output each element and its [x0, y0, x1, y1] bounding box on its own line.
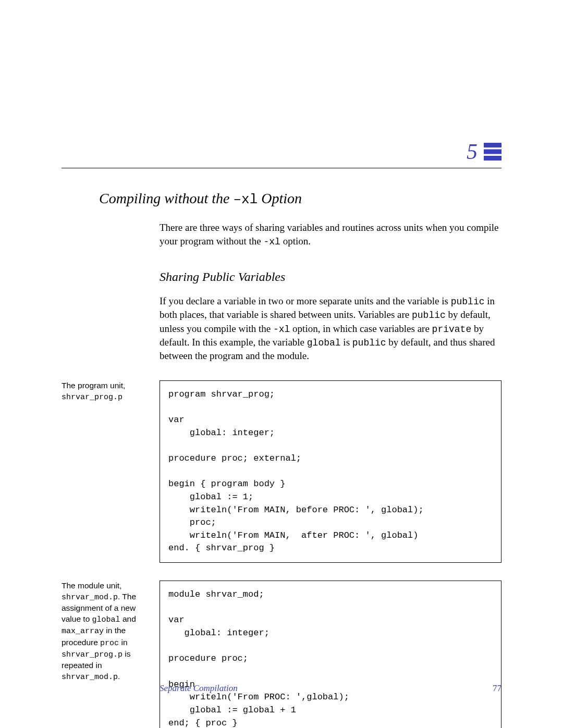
body-code: public [412, 310, 446, 320]
body-code: -xl [273, 324, 290, 335]
svg-rect-2 [484, 156, 501, 161]
sidenote-text: The program unit, [62, 381, 125, 390]
intro-paragraph: There are three ways of sharing variable… [160, 221, 501, 248]
chapter-icon [484, 143, 501, 161]
sidenote-code: proc [100, 639, 119, 648]
sidenote-filename: shrvar_prog.p [62, 650, 123, 659]
body-code: private [432, 324, 472, 335]
svg-rect-1 [484, 150, 501, 154]
sidenote-filename: shrvar_prog.p [62, 393, 123, 402]
body-code: global [307, 338, 341, 348]
sidenote-filename: shrvar_mod.p [62, 673, 118, 682]
code-listing-1: program shrvar_prog; var global: integer… [160, 380, 501, 563]
heading-pre: Compiling without the [99, 190, 233, 206]
chapter-indicator: 5 [62, 141, 501, 163]
page-footer: Separate Compilation 77 [62, 683, 501, 694]
body-code: public [451, 297, 485, 307]
page-body: 5 Compiling without the –xl Option There… [0, 0, 563, 728]
body-seg: If you declare a variable in two or more… [160, 295, 451, 306]
example-row-1: The program unit, shrvar_prog.p program … [62, 380, 501, 563]
sidenote-text: and [120, 614, 136, 623]
sidenote-text: in [119, 638, 127, 647]
svg-rect-0 [484, 143, 501, 147]
chapter-number: 5 [467, 141, 478, 163]
body-seg: is [341, 337, 352, 348]
heading-post: Option [258, 190, 302, 206]
sidenote-code: max_array [62, 627, 104, 636]
body-seg: option, in which case variables are [290, 323, 432, 334]
subsection-heading: Sharing Public Variables [160, 270, 501, 284]
sidenote-filename: shrvar_mod.p [62, 593, 118, 602]
sidenote-2: The module unit, shrvar_mod.p. The assig… [62, 581, 160, 683]
heading-option: –xl [233, 192, 258, 207]
intro-option: -xl [263, 237, 280, 247]
example-row-2: The module unit, shrvar_mod.p. The assig… [62, 581, 501, 728]
body-code: public [352, 338, 386, 348]
sidenote-code: global [92, 615, 120, 624]
code-listing-2: module shrvar_mod; var global: integer; … [160, 581, 501, 728]
sidenote-1: The program unit, shrvar_prog.p [62, 380, 160, 403]
page-number: 77 [493, 683, 501, 694]
section-heading: Compiling without the –xl Option [99, 190, 501, 207]
intro-text-1: There are three ways of sharing variable… [160, 222, 499, 246]
footer-title: Separate Compilation [160, 683, 238, 694]
body-paragraph: If you declare a variable in two or more… [160, 294, 501, 363]
sidenote-text: . [118, 672, 120, 681]
header-rule [62, 168, 501, 168]
intro-text-2: option. [280, 236, 311, 246]
sidenote-text: The module unit, [62, 581, 121, 590]
